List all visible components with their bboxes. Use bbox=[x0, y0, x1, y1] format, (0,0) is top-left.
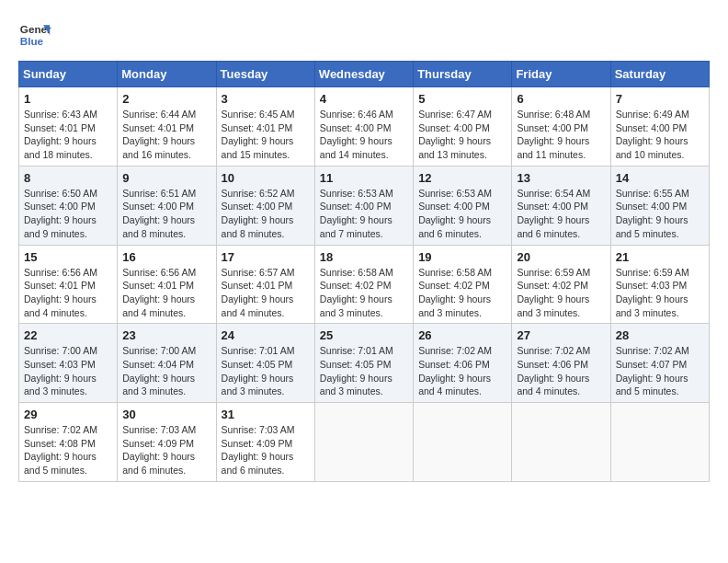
day-cell-12: 12 Sunrise: 6:53 AMSunset: 4:00 PMDaylig… bbox=[414, 166, 512, 245]
day-info: Sunrise: 6:44 AMSunset: 4:01 PMDaylight:… bbox=[122, 109, 196, 160]
day-info: Sunrise: 6:53 AMSunset: 4:00 PMDaylight:… bbox=[320, 188, 393, 239]
day-number: 4 bbox=[320, 92, 408, 106]
day-info: Sunrise: 6:53 AMSunset: 4:00 PMDaylight:… bbox=[418, 188, 492, 239]
day-info: Sunrise: 7:02 AMSunset: 4:06 PMDaylight:… bbox=[517, 345, 590, 396]
header-day-friday: Friday bbox=[512, 62, 610, 87]
day-info: Sunrise: 6:46 AMSunset: 4:00 PMDaylight:… bbox=[320, 109, 393, 160]
day-cell-10: 10 Sunrise: 6:52 AMSunset: 4:00 PMDaylig… bbox=[216, 166, 314, 245]
day-info: Sunrise: 7:01 AMSunset: 4:05 PMDaylight:… bbox=[222, 345, 295, 396]
day-number: 22 bbox=[24, 328, 112, 342]
day-cell-20: 20 Sunrise: 6:59 AMSunset: 4:02 PMDaylig… bbox=[512, 245, 610, 324]
day-cell-11: 11 Sunrise: 6:53 AMSunset: 4:00 PMDaylig… bbox=[314, 166, 413, 245]
day-cell-2: 2 Sunrise: 6:44 AMSunset: 4:01 PMDayligh… bbox=[118, 87, 216, 167]
day-number: 31 bbox=[222, 408, 310, 421]
day-cell-30: 30 Sunrise: 7:03 AMSunset: 4:09 PMDaylig… bbox=[118, 403, 216, 482]
day-info: Sunrise: 7:01 AMSunset: 4:05 PMDaylight:… bbox=[320, 345, 393, 396]
empty-cell bbox=[512, 403, 610, 482]
day-cell-25: 25 Sunrise: 7:01 AMSunset: 4:05 PMDaylig… bbox=[314, 324, 413, 403]
day-info: Sunrise: 6:58 AMSunset: 4:02 PMDaylight:… bbox=[418, 267, 492, 318]
calendar-week-4: 22 Sunrise: 7:00 AMSunset: 4:03 PMDaylig… bbox=[19, 324, 710, 403]
day-cell-15: 15 Sunrise: 6:56 AMSunset: 4:01 PMDaylig… bbox=[19, 245, 118, 324]
day-cell-5: 5 Sunrise: 6:47 AMSunset: 4:00 PMDayligh… bbox=[414, 87, 512, 167]
day-cell-18: 18 Sunrise: 6:58 AMSunset: 4:02 PMDaylig… bbox=[314, 245, 413, 324]
day-number: 8 bbox=[24, 171, 112, 185]
day-number: 16 bbox=[122, 250, 210, 264]
day-number: 29 bbox=[24, 408, 112, 421]
day-cell-24: 24 Sunrise: 7:01 AMSunset: 4:05 PMDaylig… bbox=[216, 324, 314, 403]
day-cell-22: 22 Sunrise: 7:00 AMSunset: 4:03 PMDaylig… bbox=[19, 324, 118, 403]
day-info: Sunrise: 7:03 AMSunset: 4:09 PMDaylight:… bbox=[222, 424, 295, 476]
day-number: 14 bbox=[616, 171, 704, 185]
header-day-thursday: Thursday bbox=[414, 62, 512, 87]
day-cell-19: 19 Sunrise: 6:58 AMSunset: 4:02 PMDaylig… bbox=[414, 245, 512, 324]
logo-icon: General Blue bbox=[18, 18, 51, 52]
day-cell-3: 3 Sunrise: 6:45 AMSunset: 4:01 PMDayligh… bbox=[216, 87, 314, 167]
day-number: 30 bbox=[122, 408, 210, 421]
day-number: 2 bbox=[122, 92, 210, 106]
day-info: Sunrise: 7:02 AMSunset: 4:07 PMDaylight:… bbox=[616, 345, 689, 396]
day-number: 9 bbox=[122, 171, 210, 185]
calendar-week-1: 1 Sunrise: 6:43 AMSunset: 4:01 PMDayligh… bbox=[19, 87, 710, 167]
day-number: 10 bbox=[222, 171, 310, 185]
day-info: Sunrise: 7:00 AMSunset: 4:04 PMDaylight:… bbox=[122, 345, 196, 396]
day-info: Sunrise: 6:55 AMSunset: 4:00 PMDaylight:… bbox=[616, 188, 689, 239]
day-cell-13: 13 Sunrise: 6:54 AMSunset: 4:00 PMDaylig… bbox=[512, 166, 610, 245]
day-info: Sunrise: 6:54 AMSunset: 4:00 PMDaylight:… bbox=[517, 188, 590, 239]
day-info: Sunrise: 6:57 AMSunset: 4:01 PMDaylight:… bbox=[222, 267, 295, 318]
day-number: 3 bbox=[222, 92, 310, 106]
day-number: 6 bbox=[517, 92, 605, 106]
calendar-week-5: 29 Sunrise: 7:02 AMSunset: 4:08 PMDaylig… bbox=[19, 403, 710, 482]
day-info: Sunrise: 6:43 AMSunset: 4:01 PMDaylight:… bbox=[24, 109, 97, 160]
day-info: Sunrise: 7:00 AMSunset: 4:03 PMDaylight:… bbox=[24, 345, 97, 396]
day-info: Sunrise: 6:48 AMSunset: 4:00 PMDaylight:… bbox=[517, 109, 590, 160]
day-info: Sunrise: 6:52 AMSunset: 4:00 PMDaylight:… bbox=[222, 188, 295, 239]
day-cell-14: 14 Sunrise: 6:55 AMSunset: 4:00 PMDaylig… bbox=[610, 166, 709, 245]
day-info: Sunrise: 7:02 AMSunset: 4:06 PMDaylight:… bbox=[418, 345, 492, 396]
day-info: Sunrise: 6:59 AMSunset: 4:03 PMDaylight:… bbox=[616, 267, 689, 318]
day-number: 15 bbox=[24, 250, 112, 264]
day-number: 24 bbox=[222, 328, 310, 342]
day-number: 5 bbox=[418, 92, 506, 106]
svg-text:Blue: Blue bbox=[20, 35, 44, 47]
calendar-week-2: 8 Sunrise: 6:50 AMSunset: 4:00 PMDayligh… bbox=[19, 166, 710, 245]
day-info: Sunrise: 6:51 AMSunset: 4:00 PMDaylight:… bbox=[122, 188, 196, 239]
day-number: 20 bbox=[517, 250, 605, 264]
day-number: 19 bbox=[418, 250, 506, 264]
day-number: 21 bbox=[616, 250, 704, 264]
day-info: Sunrise: 7:02 AMSunset: 4:08 PMDaylight:… bbox=[24, 424, 97, 476]
day-number: 13 bbox=[517, 171, 605, 185]
day-cell-28: 28 Sunrise: 7:02 AMSunset: 4:07 PMDaylig… bbox=[610, 324, 709, 403]
day-number: 12 bbox=[418, 171, 506, 185]
day-info: Sunrise: 6:49 AMSunset: 4:00 PMDaylight:… bbox=[616, 109, 689, 160]
day-info: Sunrise: 6:59 AMSunset: 4:02 PMDaylight:… bbox=[517, 267, 590, 318]
header-day-wednesday: Wednesday bbox=[314, 62, 413, 87]
day-cell-6: 6 Sunrise: 6:48 AMSunset: 4:00 PMDayligh… bbox=[512, 87, 610, 167]
day-cell-16: 16 Sunrise: 6:56 AMSunset: 4:01 PMDaylig… bbox=[118, 245, 216, 324]
day-cell-31: 31 Sunrise: 7:03 AMSunset: 4:09 PMDaylig… bbox=[216, 403, 314, 482]
day-cell-7: 7 Sunrise: 6:49 AMSunset: 4:00 PMDayligh… bbox=[610, 87, 709, 167]
day-number: 7 bbox=[616, 92, 704, 106]
day-cell-1: 1 Sunrise: 6:43 AMSunset: 4:01 PMDayligh… bbox=[19, 87, 118, 167]
day-number: 18 bbox=[320, 250, 408, 264]
day-cell-27: 27 Sunrise: 7:02 AMSunset: 4:06 PMDaylig… bbox=[512, 324, 610, 403]
day-number: 1 bbox=[24, 92, 112, 106]
day-cell-26: 26 Sunrise: 7:02 AMSunset: 4:06 PMDaylig… bbox=[414, 324, 512, 403]
header-day-saturday: Saturday bbox=[610, 62, 709, 87]
day-cell-21: 21 Sunrise: 6:59 AMSunset: 4:03 PMDaylig… bbox=[610, 245, 709, 324]
day-cell-17: 17 Sunrise: 6:57 AMSunset: 4:01 PMDaylig… bbox=[216, 245, 314, 324]
day-number: 11 bbox=[320, 171, 408, 185]
day-cell-23: 23 Sunrise: 7:00 AMSunset: 4:04 PMDaylig… bbox=[118, 324, 216, 403]
calendar-table: SundayMondayTuesdayWednesdayThursdayFrid… bbox=[18, 61, 710, 482]
day-info: Sunrise: 6:56 AMSunset: 4:01 PMDaylight:… bbox=[122, 267, 196, 318]
calendar-header-row: SundayMondayTuesdayWednesdayThursdayFrid… bbox=[19, 62, 710, 87]
empty-cell bbox=[314, 403, 413, 482]
header-day-tuesday: Tuesday bbox=[216, 62, 314, 87]
day-cell-29: 29 Sunrise: 7:02 AMSunset: 4:08 PMDaylig… bbox=[19, 403, 118, 482]
day-info: Sunrise: 6:47 AMSunset: 4:00 PMDaylight:… bbox=[418, 109, 492, 160]
day-number: 25 bbox=[320, 328, 408, 342]
day-info: Sunrise: 6:58 AMSunset: 4:02 PMDaylight:… bbox=[320, 267, 393, 318]
calendar-week-3: 15 Sunrise: 6:56 AMSunset: 4:01 PMDaylig… bbox=[19, 245, 710, 324]
header-day-sunday: Sunday bbox=[19, 62, 118, 87]
day-number: 23 bbox=[122, 328, 210, 342]
day-cell-8: 8 Sunrise: 6:50 AMSunset: 4:00 PMDayligh… bbox=[19, 166, 118, 245]
